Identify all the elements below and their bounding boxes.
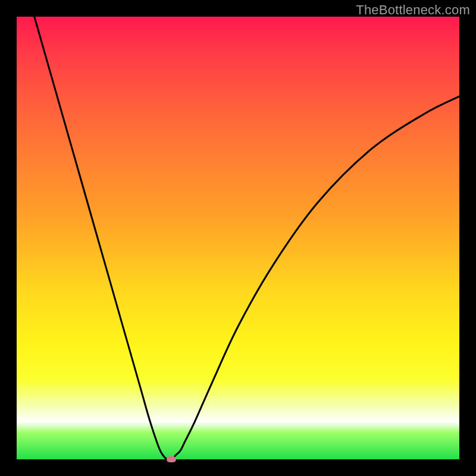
minimum-marker <box>167 456 176 462</box>
curve-svg <box>17 17 459 459</box>
chart-frame: TheBottleneck.com <box>0 0 476 476</box>
watermark-text: TheBottleneck.com <box>356 2 470 18</box>
bottleneck-curve <box>35 17 459 460</box>
plot-area <box>17 17 459 459</box>
